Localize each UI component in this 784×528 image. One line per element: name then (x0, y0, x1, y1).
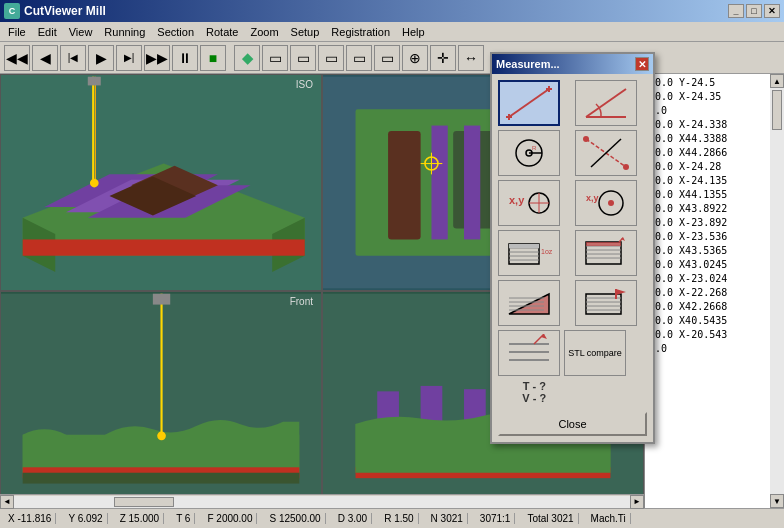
svg-point-52 (583, 136, 589, 142)
title-controls: _ □ ✕ (728, 4, 780, 18)
scroll-right[interactable]: ► (630, 495, 644, 509)
svg-rect-13 (88, 77, 101, 86)
measurement-line: 00.0 X-24.35 (649, 90, 768, 104)
status-total: Total 3021 (523, 513, 578, 524)
measure-slope1-button[interactable] (498, 280, 560, 326)
measurement-line: 00.0 Y-24.5 (649, 76, 768, 90)
t-label: T - ? V - ? (498, 380, 571, 404)
minimize-button[interactable]: _ (728, 4, 744, 18)
stl-compare-label: STL compare (568, 348, 622, 358)
status-mach: Mach.Ti (587, 513, 631, 524)
scroll-track[interactable] (770, 88, 784, 494)
measurement-line: 00.0 X-23.892 (649, 216, 768, 230)
menu-zoom[interactable]: Zoom (244, 24, 284, 40)
measurement-line: 00.0 X-24.28 (649, 160, 768, 174)
measurement-line: 00.0 X43.0245 (649, 258, 768, 272)
scroll-left[interactable]: ◄ (0, 495, 14, 509)
stl-compare-button[interactable]: STL compare (564, 330, 626, 376)
measure-hatch2-button[interactable] (575, 230, 637, 276)
dialog-title-text: Measurem... (496, 58, 560, 70)
front-label: Front (290, 296, 313, 307)
toolbar-stop[interactable]: ■ (200, 45, 226, 71)
toolbar-top[interactable]: ▭ (262, 45, 288, 71)
scroll-thumb[interactable] (772, 90, 782, 130)
status-x: X -11.816 (4, 513, 56, 524)
svg-text:R: R (532, 145, 537, 151)
toolbar-3d[interactable]: ◆ (234, 45, 260, 71)
main-area: ISO (0, 74, 784, 508)
svg-rect-67 (509, 244, 539, 248)
measure-angle-button[interactable] (575, 80, 637, 126)
toolbar-side[interactable]: ▭ (318, 45, 344, 71)
status-z: Z 15.000 (116, 513, 164, 524)
toolbar-pan[interactable]: ⊕ (402, 45, 428, 71)
svg-line-40 (509, 89, 549, 117)
measurement-line: 00.0 X-24.135 (649, 174, 768, 188)
toolbar-rotate[interactable]: ↔ (458, 45, 484, 71)
svg-point-30 (157, 432, 166, 441)
toolbar-move[interactable]: ✛ (430, 45, 456, 71)
toolbar-fit[interactable]: ▭ (374, 45, 400, 71)
close-button[interactable]: ✕ (764, 4, 780, 18)
measurement-line: 00.0 X43.5365 (649, 244, 768, 258)
measurement-line: 00.0 X-23.536 (649, 230, 768, 244)
measure-lines-button[interactable] (498, 330, 560, 376)
measure-circle-button[interactable]: R (498, 130, 560, 176)
measurement-line: 00.0 X-20.543 (649, 328, 768, 342)
toolbar-rewind[interactable]: ◀◀ (4, 45, 30, 71)
scroll-down[interactable]: ▼ (770, 494, 784, 508)
svg-text:x,y: x,y (586, 193, 599, 203)
menu-section[interactable]: Section (151, 24, 200, 40)
menu-setup[interactable]: Setup (285, 24, 326, 40)
status-r: R 1.50 (380, 513, 418, 524)
svg-text:1oz: 1oz (541, 248, 553, 255)
menu-help[interactable]: Help (396, 24, 431, 40)
measure-point-xy-button[interactable]: x,y (498, 180, 560, 226)
menu-file[interactable]: File (2, 24, 32, 40)
toolbar-start[interactable]: |◀ (60, 45, 86, 71)
toolbar-iso[interactable]: ▭ (346, 45, 372, 71)
measure-line-button[interactable] (498, 80, 560, 126)
measurement-line: 0.0 (649, 342, 768, 356)
app-icon: C (4, 3, 20, 19)
measure-hatch1-button[interactable]: 1oz (498, 230, 560, 276)
toolbar-pause[interactable]: ⏸ (172, 45, 198, 71)
scroll-up[interactable]: ▲ (770, 74, 784, 88)
status-t: T 6 (172, 513, 195, 524)
measurement-line: 00.0 X-23.024 (649, 272, 768, 286)
toolbar-prev[interactable]: ◀ (32, 45, 58, 71)
toolbar-forward[interactable]: ▶▶ (144, 45, 170, 71)
measure-flag-button[interactable] (575, 280, 637, 326)
status-s: S 12500.00 (265, 513, 325, 524)
toolbar-end[interactable]: ▶| (116, 45, 142, 71)
status-y: Y 6.092 (64, 513, 107, 524)
viewport-iso[interactable]: ISO (0, 74, 322, 291)
menu-view[interactable]: View (63, 24, 99, 40)
maximize-button[interactable]: □ (746, 4, 762, 18)
svg-rect-18 (431, 126, 447, 240)
measure-distance-button[interactable] (575, 130, 637, 176)
dialog-close-ok-button[interactable]: Close (498, 412, 647, 436)
menu-registration[interactable]: Registration (325, 24, 396, 40)
measure-circle-xy-button[interactable]: x,y (575, 180, 637, 226)
svg-rect-36 (421, 386, 443, 424)
viewport-front[interactable]: Front (0, 291, 322, 508)
status-bar: X -11.816 Y 6.092 Z 15.000 T 6 F 2000.00… (0, 508, 784, 528)
title-bar-left: C CutViewer Mill (4, 3, 106, 19)
scroll-thumb-h[interactable] (114, 497, 174, 507)
toolbar-play[interactable]: ▶ (88, 45, 114, 71)
menu-running[interactable]: Running (98, 24, 151, 40)
menu-edit[interactable]: Edit (32, 24, 63, 40)
svg-point-12 (90, 179, 99, 188)
svg-line-54 (591, 139, 621, 167)
iso-label: ISO (296, 79, 313, 90)
toolbar-front[interactable]: ▭ (290, 45, 316, 71)
menu-rotate[interactable]: Rotate (200, 24, 244, 40)
measurement-line: 00.0 X44.3388 (649, 132, 768, 146)
status-n: N 3021 (427, 513, 468, 524)
scroll-track-h[interactable] (14, 496, 630, 508)
menu-bar: File Edit View Running Section Rotate Zo… (0, 22, 784, 42)
svg-rect-31 (23, 473, 300, 484)
measurement-line: 00.0 X43.8922 (649, 202, 768, 216)
dialog-close-button[interactable]: ✕ (635, 57, 649, 71)
